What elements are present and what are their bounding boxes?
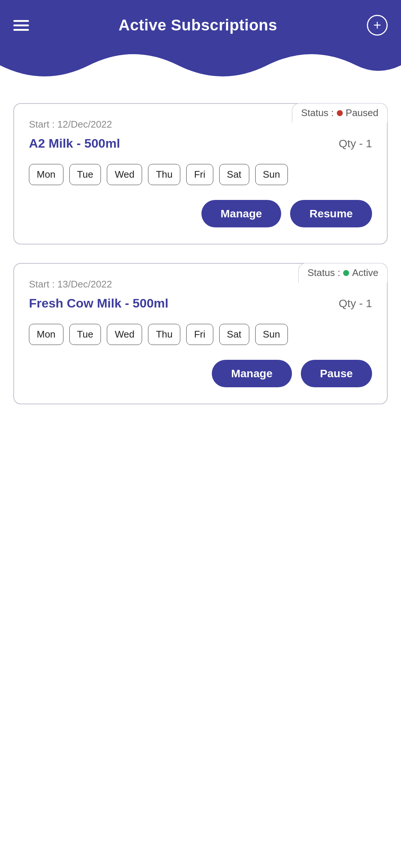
- hamburger-menu-button[interactable]: [13, 20, 29, 31]
- actions-row-2: Manage Pause: [29, 360, 372, 387]
- day-tue-2: Tue: [69, 324, 101, 345]
- subscription-card-2: Start : 13/Dec/2022 Fresh Cow Milk - 500…: [13, 263, 388, 404]
- manage-button-1[interactable]: Manage: [201, 200, 282, 227]
- day-sun-1: Sun: [255, 164, 288, 185]
- manage-button-2[interactable]: Manage: [212, 360, 292, 387]
- wave-decoration: [0, 43, 401, 80]
- quantity-2: Qty - 1: [339, 297, 372, 310]
- status-dot-active: [343, 270, 349, 276]
- pause-button-2[interactable]: Pause: [301, 360, 372, 387]
- day-wed-1: Wed: [107, 164, 142, 185]
- product-name-2: Fresh Cow Milk - 500ml: [29, 296, 168, 310]
- product-name-1: A2 Milk - 500ml: [29, 136, 120, 151]
- day-tue-1: Tue: [69, 164, 101, 185]
- subscription-card-1: Start : 12/Dec/2022 A2 Milk - 500ml Qty …: [13, 103, 388, 244]
- days-row-2: Mon Tue Wed Thu Fri Sat Sun: [29, 324, 372, 345]
- status-dot-paused: [337, 110, 343, 116]
- product-row-1: A2 Milk - 500ml Qty - 1: [29, 136, 372, 151]
- add-subscription-button[interactable]: +: [367, 15, 388, 36]
- day-fri-1: Fri: [186, 164, 213, 185]
- status-badge-2: Status : Active: [298, 263, 388, 282]
- quantity-1: Qty - 1: [339, 137, 372, 150]
- day-wed-2: Wed: [107, 324, 142, 345]
- page-title: Active Subscriptions: [119, 16, 277, 34]
- day-sun-2: Sun: [255, 324, 288, 345]
- day-sat-2: Sat: [219, 324, 249, 345]
- subscription-item-2: Status : Active Start : 13/Dec/2022 Fres…: [13, 263, 388, 404]
- day-sat-1: Sat: [219, 164, 249, 185]
- resume-button-1[interactable]: Resume: [290, 200, 372, 227]
- subscriptions-list: Status : Paused Start : 12/Dec/2022 A2 M…: [0, 80, 401, 445]
- day-mon-2: Mon: [29, 324, 63, 345]
- status-label-2: Active: [352, 267, 378, 279]
- status-label-1: Paused: [346, 107, 378, 119]
- actions-row-1: Manage Resume: [29, 200, 372, 227]
- day-fri-2: Fri: [186, 324, 213, 345]
- app-container: Active Subscriptions + Status : Paused S…: [0, 0, 401, 445]
- status-badge-1: Status : Paused: [292, 103, 388, 122]
- product-row-2: Fresh Cow Milk - 500ml Qty - 1: [29, 296, 372, 310]
- days-row-1: Mon Tue Wed Thu Fri Sat Sun: [29, 164, 372, 185]
- status-label-prefix-2: Status :: [308, 267, 340, 279]
- day-thu-2: Thu: [148, 324, 180, 345]
- status-label-prefix: Status :: [301, 107, 334, 119]
- day-thu-1: Thu: [148, 164, 180, 185]
- subscription-item-1: Status : Paused Start : 12/Dec/2022 A2 M…: [13, 103, 388, 244]
- day-mon-1: Mon: [29, 164, 63, 185]
